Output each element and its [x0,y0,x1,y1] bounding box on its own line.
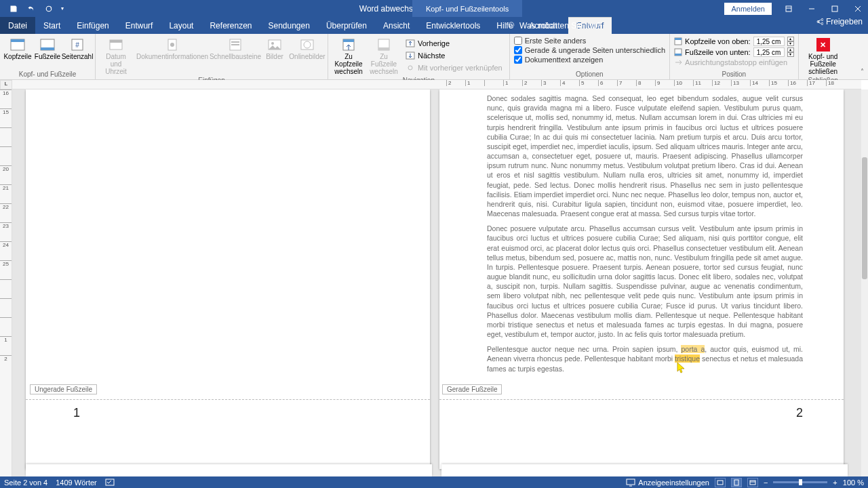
svg-point-17 [271,42,274,45]
scrollbar-thumb[interactable] [862,157,867,279]
page-1[interactable]: Ungerade Fußzeile 1 [26,89,430,469]
opt-first-page-diff[interactable]: Erste Seite anders [514,37,665,45]
horizontal-ruler[interactable]: 21123456789101112131415161718 [12,80,861,89]
context-tool-tab: Kopf- und Fußzeilentools [412,0,522,17]
tab-developer[interactable]: Entwicklertools [418,17,488,34]
customize-qat-icon[interactable]: ▾ [58,2,66,16]
tab-start[interactable]: Start [35,17,68,34]
pos-align-tab[interactable]: Ausrichtungstabstopp einfügen [674,58,794,66]
maximize-icon[interactable] [825,2,845,16]
svg-rect-23 [378,47,389,50]
view-print-icon[interactable] [731,478,742,487]
svg-rect-27 [675,38,682,40]
nav-next[interactable]: Nächste [403,50,505,61]
zoom-in[interactable]: + [833,479,837,487]
window-controls: Anmelden [724,2,868,16]
collapse-ribbon-icon[interactable]: ˄ [861,68,864,75]
zoom-level[interactable]: 100 % [843,479,864,487]
close-hf-button[interactable]: ✕ Kopf- und Fußzeile schließen [803,35,844,75]
login-button[interactable]: Anmelden [724,3,772,15]
pos-header-top[interactable]: Kopfzeile von oben:1,25 cm▴▾ [674,37,794,46]
svg-text:#: # [75,41,79,49]
share-icon [815,18,823,26]
opt-odd-even-diff[interactable]: Gerade & ungerade Seiten unterschiedlich [514,46,665,54]
quickparts-button[interactable]: Schnellbausteine [212,35,258,60]
svg-rect-21 [343,39,354,42]
group-header-footer: Kopfzeile Fußzeile #Seitenzahl Kopf- und… [0,34,96,79]
nav-prev[interactable]: Vorherige [403,38,505,49]
view-read-icon[interactable] [715,478,726,487]
page-number-1[interactable]: 1 [73,406,80,420]
svg-rect-10 [110,40,122,43]
goto-header-button[interactable]: Zu Kopfzeile wechseln [332,35,365,75]
pagenumber-button[interactable]: #Seitenzahl [64,35,91,60]
datetime-button[interactable]: Datum und Uhrzeit [100,35,132,75]
tab-view[interactable]: Ansicht [375,17,418,34]
svg-rect-1 [786,6,791,12]
pictures-button[interactable]: Bilder [261,35,288,60]
tab-draft[interactable]: Entwurf [117,17,161,34]
page-number-2[interactable]: 2 [796,406,803,420]
svg-rect-6 [41,47,54,50]
group-close: ✕ Kopf- und Fußzeile schließen Schließen [799,34,848,79]
document-area: Ungerade Fußzeile 1 Donec sodales sagitt… [12,89,861,476]
title-bar: ▾ Word abwechselnde Seitenzahlen - Word … [0,0,868,17]
save-icon[interactable] [5,2,22,16]
docinfo-button[interactable]: Dokumentinformationen [135,35,210,60]
header-button[interactable]: Kopfzeile [4,35,31,60]
tab-layout[interactable]: Layout [161,17,201,34]
tell-me-search[interactable]: Was möchten Sie tun? [500,17,608,34]
tab-references[interactable]: Referenzen [201,17,260,34]
group-label-pos: Position [674,69,794,79]
goto-footer-button[interactable]: Zu Fußzeile wechseln [368,35,400,75]
group-navigation: Zu Kopfzeile wechseln Zu Fußzeile wechse… [328,34,510,79]
tab-review[interactable]: Überprüfen [318,17,375,34]
svg-rect-31 [627,479,635,485]
svg-rect-2 [832,6,837,12]
group-options: Erste Seite anders Gerade & ungerade Sei… [510,34,670,79]
vertical-ruler[interactable]: 161520212223242512 [0,89,12,476]
undo-icon[interactable] [23,2,39,16]
svg-rect-14 [231,41,239,43]
close-window-icon[interactable] [848,2,868,16]
opt-show-doc-text[interactable]: Dokumenttext anzeigen [514,56,665,64]
pos-footer-bottom[interactable]: Fußzeile von unten:1,25 cm▴▾ [674,47,794,57]
highlight-2: tristique [675,354,700,363]
page-2[interactable]: Donec sodales sagittis magna. Sed conseq… [439,89,844,469]
zoom-out[interactable]: − [764,479,768,487]
share-label: Freigeben [826,17,863,26]
tab-insert[interactable]: Einfügen [68,17,117,34]
tab-mailings[interactable]: Sendungen [260,17,318,34]
next-pages-peek [12,464,861,476]
view-web-icon[interactable] [747,478,758,487]
tab-file[interactable]: Datei [0,17,35,34]
share-button[interactable]: Freigeben [815,17,863,26]
footer-tag-odd: Ungerade Fußzeile [30,384,97,394]
onlinepictures-button[interactable]: Onlinebilder [291,35,323,60]
svg-rect-15 [231,44,239,45]
quick-access-toolbar: ▾ [0,2,66,16]
vertical-scrollbar[interactable] [861,89,868,476]
status-display-settings[interactable]: Anzeigeeinstellungen [626,479,709,487]
page-body-text: Donec sodales sagittis magna. Sed conseq… [487,94,803,379]
status-words[interactable]: 1409 Wörter [56,479,97,487]
ribbon: Kopfzeile Fußzeile #Seitenzahl Kopf- und… [0,34,868,80]
ribbon-display-icon[interactable] [778,2,799,16]
status-proofing-icon[interactable] [105,478,115,487]
svg-rect-33 [734,480,738,485]
display-icon [626,479,635,487]
group-insert: Datum und Uhrzeit Dokumentinformationen … [96,34,328,79]
nav-link-prev[interactable]: Mit vorheriger verknüpfen [403,62,505,73]
svg-rect-34 [750,481,755,485]
status-page[interactable]: Seite 2 von 4 [4,479,47,487]
minimize-icon[interactable] [802,2,822,16]
redo-icon[interactable] [41,2,57,16]
ruler-corner[interactable]: L [0,80,12,89]
svg-point-0 [46,6,52,12]
svg-rect-4 [11,39,24,42]
footer-button[interactable]: Fußzeile [34,35,61,60]
zoom-slider[interactable] [773,481,827,483]
group-label-hf: Kopf- und Fußzeile [4,69,91,79]
svg-rect-29 [675,54,682,56]
ribbon-tabs: Datei Start Einfügen Entwurf Layout Refe… [0,17,868,34]
